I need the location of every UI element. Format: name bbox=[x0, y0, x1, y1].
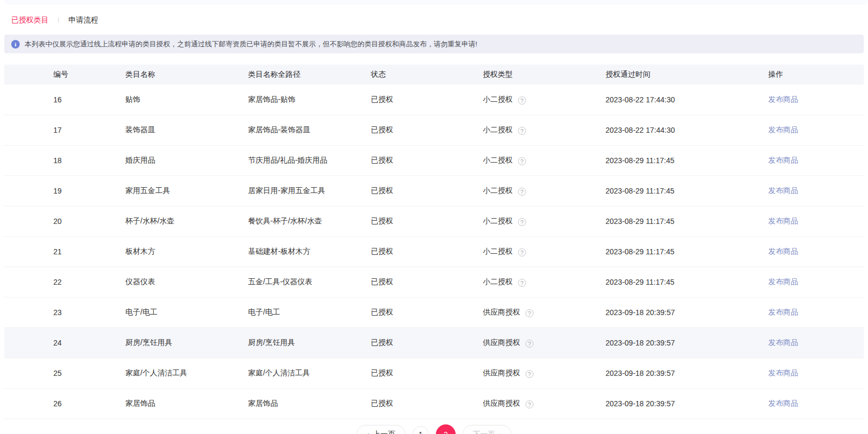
auth-type-label: 小二授权 bbox=[483, 95, 513, 103]
cell-category-path: 厨房/烹饪用具 bbox=[248, 338, 371, 348]
auth-type-label: 小二授权 bbox=[483, 156, 513, 164]
cell-id: 21 bbox=[53, 247, 125, 256]
cell-id: 26 bbox=[53, 399, 125, 408]
prev-page-button[interactable]: ‹ 上一页 bbox=[356, 425, 405, 434]
publish-product-link[interactable]: 发布商品 bbox=[768, 368, 798, 377]
help-question-icon[interactable]: ? bbox=[518, 188, 526, 196]
help-question-icon[interactable]: ? bbox=[518, 248, 526, 256]
table-row: 26 家居饰品 家居饰品 已授权 供应商授权 ? 2023-09-18 20:3… bbox=[4, 389, 864, 419]
cell-category-name: 杯子/水杯/水壶 bbox=[125, 216, 248, 226]
info-banner-text: 本列表中仅展示您通过线上流程申请的类目授权，之前通过线下邮寄资质已申请的类目暂不… bbox=[25, 39, 477, 49]
table-row: 19 家用五金工具 居家日用-家用五金工具 已授权 小二授权 ? 2023-08… bbox=[4, 176, 864, 206]
auth-type-label: 小二授权 bbox=[483, 186, 513, 195]
chevron-left-icon: ‹ bbox=[367, 430, 369, 434]
auth-type-label: 供应商授权 bbox=[483, 368, 520, 377]
cell-category-path: 居家日用-家用五金工具 bbox=[248, 186, 371, 196]
cell-auth-time: 2023-09-18 20:39:57 bbox=[606, 308, 768, 317]
cell-id: 23 bbox=[53, 308, 125, 317]
table-row: 16 贴饰 家居饰品-贴饰 已授权 小二授权 ? 2023-08-22 17:4… bbox=[4, 85, 864, 115]
cell-category-name: 装饰器皿 bbox=[125, 125, 248, 135]
table-row: 21 板材木方 基础建材-板材木方 已授权 小二授权 ? 2023-08-29 … bbox=[4, 237, 864, 267]
chevron-right-icon: › bbox=[499, 430, 501, 434]
cell-auth-type: 小二授权 ? bbox=[483, 186, 606, 196]
publish-product-link[interactable]: 发布商品 bbox=[768, 277, 798, 286]
next-page-button[interactable]: 下一页 › bbox=[463, 425, 512, 434]
cell-status: 已授权 bbox=[371, 216, 483, 226]
help-question-icon[interactable]: ? bbox=[525, 370, 533, 378]
auth-type-label: 小二授权 bbox=[483, 125, 513, 134]
cell-status: 已授权 bbox=[371, 368, 483, 378]
publish-product-link[interactable]: 发布商品 bbox=[768, 308, 798, 316]
publish-product-link[interactable]: 发布商品 bbox=[768, 216, 798, 225]
help-question-icon[interactable]: ? bbox=[518, 218, 526, 226]
cell-status: 已授权 bbox=[371, 399, 483, 408]
cell-id: 18 bbox=[53, 156, 125, 165]
tab-authorized-categories[interactable]: 已授权类目 bbox=[11, 15, 49, 25]
cell-auth-type: 小二授权 ? bbox=[483, 125, 606, 135]
cell-status: 已授权 bbox=[371, 338, 483, 348]
column-header-4: 授权类型 bbox=[483, 70, 606, 79]
publish-product-link[interactable]: 发布商品 bbox=[768, 399, 798, 407]
column-header-1: 类目名称 bbox=[125, 70, 248, 79]
cell-id: 20 bbox=[53, 217, 125, 226]
auth-type-label: 小二授权 bbox=[483, 247, 513, 255]
cell-category-path: 家居饰品-装饰器皿 bbox=[248, 125, 371, 135]
page-button-current[interactable]: 2 bbox=[436, 424, 456, 434]
table-row: 18 婚庆用品 节庆用品/礼品-婚庆用品 已授权 小二授权 ? 2023-08-… bbox=[4, 146, 864, 176]
cell-status: 已授权 bbox=[371, 95, 483, 105]
cell-auth-time: 2023-08-29 11:17:45 bbox=[606, 217, 768, 226]
publish-product-link[interactable]: 发布商品 bbox=[768, 156, 798, 164]
help-question-icon[interactable]: ? bbox=[518, 97, 526, 105]
cell-status: 已授权 bbox=[371, 277, 483, 287]
page-button[interactable]: 1 bbox=[412, 426, 429, 434]
cell-category-path: 五金/工具-仪器仪表 bbox=[248, 277, 371, 287]
cell-auth-time: 2023-08-22 17:44:30 bbox=[606, 95, 768, 104]
table-row: 25 家庭/个人清洁工具 家庭/个人清洁工具 已授权 供应商授权 ? 2023-… bbox=[4, 358, 864, 389]
cell-category-path: 基础建材-板材木方 bbox=[248, 247, 371, 256]
table-header-row: 编号类目名称类目名称全路径状态授权类型授权通过时间操作 bbox=[4, 65, 864, 85]
cell-auth-type: 供应商授权 ? bbox=[483, 308, 606, 318]
auth-type-label: 供应商授权 bbox=[483, 338, 520, 347]
cell-status: 已授权 bbox=[371, 186, 483, 196]
cell-auth-time: 2023-08-29 11:17:45 bbox=[606, 247, 768, 256]
tab-separator: | bbox=[58, 17, 59, 23]
help-question-icon[interactable]: ? bbox=[518, 157, 526, 165]
help-question-icon[interactable]: ? bbox=[525, 400, 533, 408]
publish-product-link[interactable]: 发布商品 bbox=[768, 95, 798, 103]
help-question-icon[interactable]: ? bbox=[518, 127, 526, 135]
cell-auth-type: 小二授权 ? bbox=[483, 95, 606, 105]
cell-status: 已授权 bbox=[371, 156, 483, 165]
cell-category-path: 节庆用品/礼品-婚庆用品 bbox=[248, 156, 371, 165]
cell-category-path: 餐饮具-杯子/水杯/水壶 bbox=[248, 216, 371, 226]
publish-product-link[interactable]: 发布商品 bbox=[768, 125, 798, 134]
cell-auth-type: 小二授权 ? bbox=[483, 156, 606, 166]
publish-product-link[interactable]: 发布商品 bbox=[768, 338, 798, 347]
column-header-0: 编号 bbox=[53, 70, 125, 79]
publish-product-link[interactable]: 发布商品 bbox=[768, 186, 798, 195]
auth-type-label: 供应商授权 bbox=[483, 399, 520, 407]
cell-category-path: 电子/电工 bbox=[248, 308, 371, 317]
pagination: ‹ 上一页 12 下一页 › bbox=[0, 424, 868, 434]
help-question-icon[interactable]: ? bbox=[525, 340, 533, 348]
cell-category-name: 家居饰品 bbox=[125, 399, 248, 408]
auth-type-label: 小二授权 bbox=[483, 277, 513, 286]
cell-category-name: 仪器仪表 bbox=[125, 277, 248, 287]
table-row: 24 厨房/烹饪用具 厨房/烹饪用具 已授权 供应商授权 ? 2023-09-1… bbox=[4, 328, 864, 358]
cell-category-name: 贴饰 bbox=[125, 95, 248, 105]
table-row: 20 杯子/水杯/水壶 餐饮具-杯子/水杯/水壶 已授权 小二授权 ? 2023… bbox=[4, 206, 864, 237]
table-body: 16 贴饰 家居饰品-贴饰 已授权 小二授权 ? 2023-08-22 17:4… bbox=[4, 85, 864, 419]
help-question-icon[interactable]: ? bbox=[518, 279, 526, 287]
cell-category-path: 家居饰品-贴饰 bbox=[248, 95, 371, 105]
table-row: 22 仪器仪表 五金/工具-仪器仪表 已授权 小二授权 ? 2023-08-29… bbox=[4, 267, 864, 298]
authorized-categories-table: 编号类目名称类目名称全路径状态授权类型授权通过时间操作 16 贴饰 家居饰品-贴… bbox=[4, 65, 864, 419]
cell-id: 17 bbox=[53, 126, 125, 134]
tab-application-process[interactable]: 申请流程 bbox=[68, 15, 98, 25]
cell-category-path: 家居饰品 bbox=[248, 399, 371, 408]
cell-category-name: 板材木方 bbox=[125, 247, 248, 256]
column-header-6: 操作 bbox=[768, 70, 864, 79]
help-question-icon[interactable]: ? bbox=[525, 309, 533, 317]
info-icon: i bbox=[11, 40, 20, 49]
cell-status: 已授权 bbox=[371, 125, 483, 135]
cell-id: 16 bbox=[53, 95, 125, 104]
publish-product-link[interactable]: 发布商品 bbox=[768, 247, 798, 255]
